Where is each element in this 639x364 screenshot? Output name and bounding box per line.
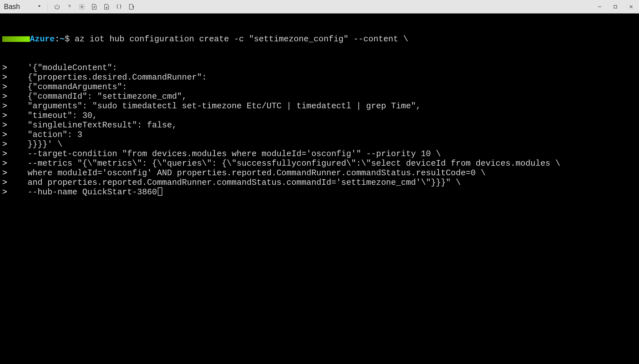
continuation-prompt: > bbox=[2, 120, 28, 130]
continuation-line: >{"commandId": "settimezone_cmd", bbox=[2, 92, 636, 101]
continuation-line: >where moduleId='osconfig' AND propertie… bbox=[2, 168, 636, 178]
separator bbox=[48, 3, 48, 10]
prompt-host: Azure bbox=[30, 34, 55, 44]
continuation-line: >}}}}' \ bbox=[2, 140, 636, 149]
chevron-down-icon bbox=[37, 3, 42, 10]
help-icon[interactable] bbox=[64, 3, 75, 11]
command-text: --hub-name QuickStart-3860 bbox=[28, 187, 157, 197]
continuation-line: >{"properties.desired.CommandRunner": bbox=[2, 73, 636, 82]
continuation-line: >"action": 3 bbox=[2, 130, 636, 140]
command-text: {"commandArguments": bbox=[28, 82, 127, 92]
continuation-prompt: > bbox=[2, 187, 28, 197]
prompt-line: Azure:~$ az iot hub configuration create… bbox=[2, 34, 636, 44]
continuation-line: >--hub-name QuickStart-3860 bbox=[2, 187, 636, 197]
svg-point-1 bbox=[81, 6, 83, 8]
continuation-line: >"singleLineTextResult": false, bbox=[2, 120, 636, 130]
continuation-prompt: > bbox=[2, 149, 28, 159]
command-text: and properties.reported.CommandRunner.co… bbox=[28, 178, 461, 187]
prompt-sep: : bbox=[55, 34, 60, 44]
download-file-icon[interactable] bbox=[101, 3, 112, 11]
continuation-prompt: > bbox=[2, 101, 28, 111]
continuation-prompt: > bbox=[2, 82, 28, 92]
continuation-prompt: > bbox=[2, 111, 28, 120]
user-greenbar bbox=[2, 36, 30, 42]
settings-icon[interactable] bbox=[76, 3, 88, 11]
command-text: "singleLineTextResult": false, bbox=[28, 120, 177, 130]
new-tab-icon[interactable] bbox=[125, 3, 137, 11]
continuation-line: >"arguments": "sudo timedatectl set-time… bbox=[2, 101, 636, 111]
continuation-line: >"timeout": 30, bbox=[2, 111, 636, 120]
svg-rect-3 bbox=[614, 5, 617, 8]
upload-file-icon[interactable] bbox=[88, 3, 100, 11]
terminal-toolbar: Bash bbox=[0, 0, 639, 14]
continuation-prompt: > bbox=[2, 140, 28, 149]
prompt-sigil: $ bbox=[65, 34, 70, 44]
continuation-line: >{"commandArguments": bbox=[2, 82, 636, 92]
braces-icon[interactable] bbox=[113, 3, 125, 11]
minimize-button[interactable] bbox=[592, 0, 608, 14]
window-controls bbox=[592, 0, 639, 14]
continuation-line: >and properties.reported.CommandRunner.c… bbox=[2, 178, 636, 187]
power-icon[interactable] bbox=[51, 3, 63, 11]
command-text: "timeout": 30, bbox=[28, 111, 97, 120]
command-text: --metrics "{\"metrics\": {\"queries\": {… bbox=[28, 159, 560, 168]
prompt-path: ~ bbox=[60, 34, 65, 44]
continuation-line: >'{"moduleContent": bbox=[2, 63, 636, 73]
terminal-body[interactable]: Azure:~$ az iot hub configuration create… bbox=[0, 14, 639, 209]
continuation-prompt: > bbox=[2, 168, 28, 178]
continuation-prompt: > bbox=[2, 63, 28, 73]
cursor bbox=[158, 187, 162, 196]
shell-name: Bash bbox=[4, 3, 20, 11]
command-text: where moduleId='osconfig' AND properties… bbox=[28, 168, 486, 178]
command-text: --target-condition "from devices.modules… bbox=[28, 149, 441, 159]
svg-point-0 bbox=[69, 8, 70, 9]
shell-selector[interactable]: Bash bbox=[2, 1, 44, 12]
maximize-button[interactable] bbox=[608, 0, 623, 14]
continuation-prompt: > bbox=[2, 178, 28, 187]
continuation-prompt: > bbox=[2, 73, 28, 82]
close-button[interactable] bbox=[623, 0, 639, 14]
command-text: "action": 3 bbox=[28, 130, 82, 140]
command-text: }}}}' \ bbox=[28, 140, 62, 149]
command-text: "arguments": "sudo timedatectl set-timez… bbox=[28, 101, 421, 111]
command-text: az iot hub configuration create -c "sett… bbox=[75, 34, 408, 44]
command-text: {"properties.desired.CommandRunner": bbox=[28, 73, 207, 82]
continuation-prompt: > bbox=[2, 92, 28, 101]
continuation-prompt: > bbox=[2, 130, 28, 140]
command-text: {"commandId": "settimezone_cmd", bbox=[28, 92, 187, 101]
command-text: '{"moduleContent": bbox=[28, 63, 117, 73]
continuation-line: >--metrics "{\"metrics\": {\"queries\": … bbox=[2, 159, 636, 168]
continuation-line: >--target-condition "from devices.module… bbox=[2, 149, 636, 159]
continuation-prompt: > bbox=[2, 159, 28, 168]
